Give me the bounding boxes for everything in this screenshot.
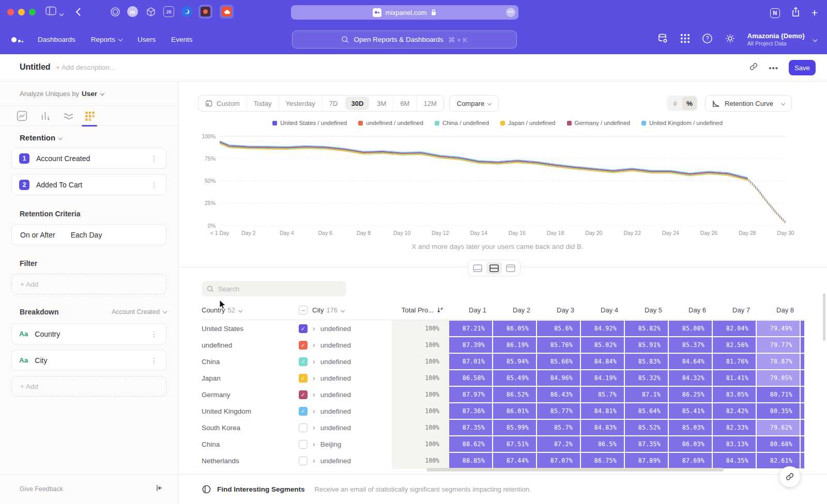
retention-cell[interactable]: 84.64% <box>668 353 712 370</box>
retention-cell[interactable]: 87.21% <box>449 320 493 337</box>
city-label[interactable]: Beijing <box>320 440 342 448</box>
view-split[interactable] <box>486 262 502 274</box>
range-yesterday[interactable]: Yesterday <box>279 96 322 111</box>
retention-cell[interactable]: 87.35% <box>449 419 493 436</box>
retention-cell[interactable]: 88.85% <box>449 452 493 469</box>
retention-cell[interactable]: 80.71% <box>756 386 800 403</box>
retention-cell[interactable]: 85.7% <box>537 419 580 436</box>
nav-item-reports[interactable]: Reports <box>91 36 122 43</box>
extension-bird-icon[interactable] <box>181 6 192 17</box>
retention-cell[interactable]: 80.35% <box>756 403 800 419</box>
retention-cell[interactable]: 85.77% <box>537 403 580 419</box>
retention-cell[interactable]: 85.91% <box>624 337 668 353</box>
save-button[interactable]: Save <box>789 60 816 75</box>
retention-cell[interactable]: 85.64% <box>624 403 668 419</box>
retention-cell[interactable]: 82.42% <box>712 403 756 419</box>
retention-criteria-card[interactable]: On or After Each Day <box>11 224 166 245</box>
extension-ring-icon[interactable] <box>110 6 120 17</box>
country-cell[interactable]: United States <box>202 325 299 333</box>
retention-cell[interactable]: 87.97% <box>449 386 493 403</box>
country-cell[interactable]: China <box>202 358 299 366</box>
retention-cell[interactable]: 87.2% <box>537 436 580 452</box>
retention-cell[interactable]: 87.89% <box>624 452 668 469</box>
table-search-input[interactable] <box>218 285 341 293</box>
chart-type-selector[interactable]: Retention Curve <box>705 95 792 112</box>
close-window-icon[interactable] <box>7 9 14 15</box>
retention-section-title[interactable]: Retention <box>20 133 62 142</box>
retention-cell[interactable]: 79.49% <box>756 320 800 337</box>
expand-chevron-icon[interactable]: › <box>313 407 315 415</box>
retention-cell[interactable]: 86.19% <box>493 337 537 353</box>
retention-cell[interactable]: 85.02% <box>580 337 624 353</box>
city-label[interactable]: undefined <box>320 391 351 399</box>
retention-cell[interactable]: 85.6% <box>537 320 580 337</box>
nav-item-users[interactable]: Users <box>137 36 156 43</box>
city-label[interactable]: undefined <box>320 457 351 465</box>
retention-cell[interactable]: 83.05% <box>712 386 756 403</box>
maximize-window-icon[interactable] <box>29 9 36 15</box>
extension-cloud-icon[interactable] <box>220 5 234 19</box>
page-settings-icon[interactable]: ••• <box>506 8 515 17</box>
range-12m[interactable]: 12M <box>416 96 443 111</box>
retention-cell[interactable]: 86.25% <box>668 386 712 403</box>
retention-cell[interactable]: 85.32% <box>624 370 668 386</box>
retention-cell[interactable]: 84.96% <box>537 370 580 386</box>
retention-cell[interactable]: 79.77% <box>756 337 800 353</box>
report-title[interactable]: Untitled <box>20 62 51 72</box>
retention-cell[interactable]: 86.03% <box>668 436 712 452</box>
criteria-condition[interactable]: On or After <box>20 231 55 239</box>
collapse-sidebar-icon[interactable] <box>155 484 163 494</box>
window-controls[interactable] <box>7 9 36 15</box>
legend-item[interactable]: Germany / undefined <box>567 120 630 126</box>
tab-funnels[interactable] <box>40 111 51 122</box>
expand-chevron-icon[interactable]: › <box>313 440 315 448</box>
retention-cell[interactable]: 85.83% <box>624 353 668 370</box>
retention-cell[interactable]: 85.7% <box>580 386 624 403</box>
kebab-menu-icon[interactable]: ⋮ <box>149 356 159 365</box>
extension-m-icon[interactable]: m <box>127 6 138 17</box>
retention-cell[interactable]: 85.99% <box>493 419 537 436</box>
tab-insights[interactable] <box>17 111 28 122</box>
retention-cell[interactable]: 87.69% <box>668 452 712 469</box>
retention-cell[interactable]: 82.56% <box>712 337 756 353</box>
retention-cell[interactable]: 87.07% <box>537 452 580 469</box>
retention-cell[interactable]: 87.36% <box>449 403 493 419</box>
retention-cell[interactable]: 86.05% <box>493 320 537 337</box>
minimize-window-icon[interactable] <box>18 9 25 15</box>
address-bar[interactable]: mixpanel.com ••• <box>291 5 518 20</box>
expand-chevron-icon[interactable]: › <box>313 358 315 365</box>
retention-cell[interactable]: 85.94% <box>493 353 537 370</box>
select-all-checkbox[interactable]: – <box>299 306 308 314</box>
retention-cell[interactable]: 85.52% <box>624 419 668 436</box>
copy-link-icon[interactable] <box>749 62 758 73</box>
retention-step[interactable]: 2Added To Cart⋮ <box>11 174 166 195</box>
retention-cell[interactable]: 80.68% <box>756 436 800 452</box>
number-toggle[interactable]: # <box>668 97 682 110</box>
row-checkbox[interactable]: ✓ <box>299 374 308 383</box>
city-label[interactable]: undefined <box>320 358 351 366</box>
column-header-city[interactable]: – City176 <box>299 306 392 314</box>
city-label[interactable]: undefined <box>320 341 351 349</box>
range-30d[interactable]: 30D <box>345 97 369 110</box>
expand-chevron-icon[interactable]: › <box>313 391 315 398</box>
breakdown-item[interactable]: AaCity⋮ <box>11 350 166 371</box>
breakdown-scope-selector[interactable]: Account Created <box>112 308 166 316</box>
kebab-menu-icon[interactable]: ⋮ <box>149 330 159 338</box>
kebab-menu-icon[interactable]: ⋮ <box>149 181 159 189</box>
apps-grid-icon[interactable] <box>680 34 690 45</box>
city-label[interactable]: undefined <box>320 325 351 333</box>
nav-item-events[interactable]: Events <box>171 36 192 43</box>
legend-item[interactable]: China / undefined <box>435 120 489 126</box>
retention-cell[interactable]: 87.44% <box>493 452 537 469</box>
expand-chevron-icon[interactable]: › <box>313 424 315 431</box>
retention-cell[interactable]: 86.43% <box>537 386 580 403</box>
retention-cell[interactable]: 84.32% <box>668 370 712 386</box>
tab-retention[interactable] <box>84 111 96 122</box>
extension-logo-icon[interactable] <box>198 5 212 19</box>
share-icon[interactable] <box>791 7 800 19</box>
vertical-scrollbar[interactable] <box>823 293 825 341</box>
mixpanel-logo-icon[interactable] <box>11 37 23 42</box>
retention-cell[interactable]: 84.19% <box>580 370 624 386</box>
view-table-only[interactable] <box>503 262 518 274</box>
legend-item[interactable]: United States / undefined <box>272 120 347 126</box>
